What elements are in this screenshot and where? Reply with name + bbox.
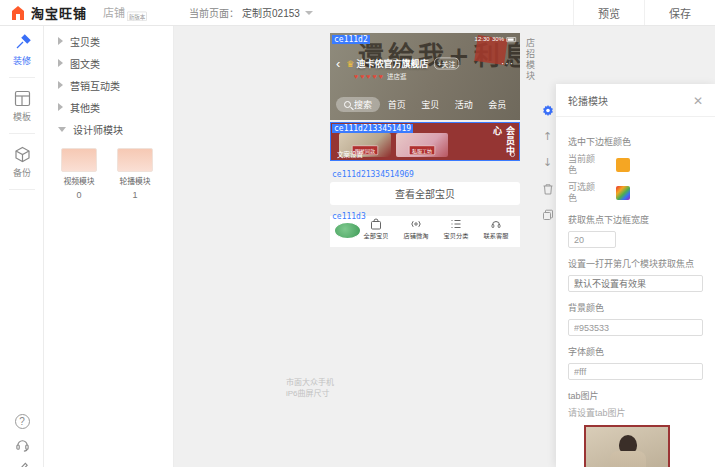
status-time: 12:30	[475, 36, 490, 43]
search-icon	[344, 101, 351, 108]
banner-tab-home[interactable]: 首页	[388, 98, 406, 111]
carousel-footer-text: 文案设置	[337, 149, 363, 159]
rating-icon: ♥	[372, 73, 376, 80]
shop-nav-module[interactable]: ce111d3 全部宝贝 店铺微淘	[330, 216, 520, 247]
broadcast-icon	[410, 218, 422, 230]
left-icon-rail: 装修 模板 备份 ?	[0, 26, 44, 467]
tab-image-label: tab图片	[568, 389, 703, 402]
shop-logo-icon	[10, 5, 26, 21]
caret-right-icon	[58, 81, 63, 89]
rail-label: 备份	[13, 166, 31, 179]
caret-down-icon	[58, 127, 66, 132]
chevron-down-icon	[305, 11, 313, 15]
banner-tab-activity[interactable]: 活动	[455, 98, 473, 111]
back-arrow-icon[interactable]: ‹	[336, 56, 340, 71]
version-badge: 新版本	[127, 12, 147, 21]
carousel-card-2[interactable]: 私服工坊	[396, 133, 448, 157]
card-badge: 私服工坊	[409, 146, 435, 156]
color-picker-swatch[interactable]	[616, 186, 630, 200]
caret-right-icon	[58, 37, 63, 45]
optional-color-label: 可选颜色	[568, 182, 602, 204]
close-icon[interactable]: ✕	[693, 96, 703, 106]
edit-icon[interactable]	[15, 460, 30, 467]
rating-icon: ♥	[366, 73, 370, 80]
move-up-icon[interactable]: ↑	[541, 130, 554, 143]
nav-item-contact[interactable]: 联系客服	[476, 218, 516, 246]
designer-module-video[interactable]: 视频模块 0	[58, 148, 100, 200]
font-color-input[interactable]	[568, 363, 703, 380]
rating-icon: ♥	[360, 73, 364, 80]
preview-button[interactable]: 预览	[573, 0, 644, 25]
caret-right-icon	[58, 103, 63, 111]
list-icon	[450, 218, 462, 230]
delete-icon[interactable]	[541, 182, 554, 195]
module-id-tag: ce111d2	[332, 35, 370, 44]
banner-tab-member[interactable]: 会员	[488, 98, 506, 111]
bg-color-input[interactable]	[568, 319, 703, 336]
visit-shop-link[interactable]: 进店逛	[387, 72, 407, 82]
tree-item-other[interactable]: 其他类	[44, 96, 173, 118]
copy-icon[interactable]	[541, 208, 554, 221]
tree-item-imagetext[interactable]: 图文类	[44, 52, 173, 74]
bag-icon	[370, 218, 382, 230]
headset-icon	[490, 218, 502, 230]
rail-label: 模板	[13, 110, 31, 123]
settings-gear-icon[interactable]	[541, 104, 554, 117]
current-color-swatch[interactable]	[616, 158, 630, 172]
shop-banner-vertical-tag: 店招模块	[524, 38, 537, 82]
hammer-icon	[14, 34, 31, 51]
bg-color-label: 背景颜色	[568, 301, 703, 314]
open-focus-label: 设置一打开第几个模块获取焦点	[568, 257, 703, 270]
focus-width-input[interactable]	[568, 231, 616, 248]
rail-item-template[interactable]: 模板	[0, 82, 44, 129]
shop-banner-module[interactable]: 還給我+利息 ce111d2 12:30 30% ‹ ♛ 迪卡侬官方旗舰店 +关…	[330, 33, 520, 120]
taobao-shop-decorator: 淘宝旺铺 店铺新版本 当前页面： 定制页02153 预览 保存 装修 模板	[0, 0, 715, 467]
module-id-tag: ce111d21334514969	[332, 170, 414, 179]
model-figure	[610, 451, 646, 467]
rail-item-backup[interactable]: 备份	[0, 138, 44, 185]
headset-icon[interactable]	[15, 437, 30, 452]
tree-item-goods[interactable]: 宝贝类	[44, 30, 173, 52]
follow-button[interactable]: +关注	[434, 58, 459, 70]
tab-image-hint: 请设置tab图片	[568, 406, 703, 419]
nav-item-all-goods[interactable]: 全部宝贝	[356, 218, 396, 246]
divider	[9, 77, 35, 78]
divider	[9, 189, 35, 190]
designer-module-carousel[interactable]: 轮播模块 1	[114, 148, 156, 200]
nav-item-weitao[interactable]: 店铺微淘	[396, 218, 436, 246]
canvas-watermark: 市面大众手机 iP6曲屏尺寸	[286, 377, 334, 399]
open-focus-input[interactable]	[568, 275, 703, 292]
nav-item-categories[interactable]: 宝贝分类	[436, 218, 476, 246]
battery-icon	[506, 37, 516, 42]
save-button[interactable]: 保存	[644, 0, 715, 25]
tab-image-preview[interactable]: 明星同款	[584, 425, 670, 467]
more-icon[interactable]: ···	[501, 58, 514, 69]
current-page-value: 定制页02153	[242, 5, 300, 20]
tree-item-marketing[interactable]: 营销互动类	[44, 74, 173, 96]
rating-icon: ♥	[379, 73, 383, 80]
caret-right-icon	[58, 59, 63, 67]
move-down-icon[interactable]: ↓	[541, 156, 554, 169]
shop-rating: ♥♥♥♥♥ 进店逛	[354, 69, 417, 84]
banner-tab-items[interactable]: 宝贝	[421, 98, 439, 111]
module-thumb-label: 视频模块	[63, 175, 96, 187]
rail-item-decorate[interactable]: 装修	[0, 26, 44, 73]
focus-width-label: 获取焦点下边框宽度	[568, 213, 703, 226]
tree-item-designer-modules[interactable]: 设计师模块	[44, 118, 173, 140]
crown-icon: ♛	[346, 59, 354, 69]
font-color-label: 字体颜色	[568, 345, 703, 358]
cube-icon	[14, 146, 31, 163]
search-input[interactable]: 搜索	[336, 97, 380, 112]
module-thumb-count: 0	[58, 190, 100, 200]
module-id-tag: ce111d2133451419	[332, 124, 413, 133]
help-icon[interactable]: ?	[15, 414, 30, 429]
module-thumb-count: 1	[114, 190, 156, 200]
phone-status-bar: 12:30 30%	[475, 36, 516, 43]
nav-shop-link[interactable]: 店铺新版本	[103, 4, 163, 21]
module-id-tag: ce111d3	[332, 212, 366, 221]
app-title: 淘宝旺铺	[31, 3, 87, 22]
page-selector[interactable]: 当前页面： 定制页02153	[189, 5, 313, 20]
view-all-goods-button[interactable]: 查看全部宝贝	[330, 182, 520, 205]
carousel-module-selected[interactable]: ce111d2133451419 明星同款 私服工坊 文案设置 会员中心	[330, 122, 520, 161]
panel-title: 轮播模块	[568, 93, 608, 108]
